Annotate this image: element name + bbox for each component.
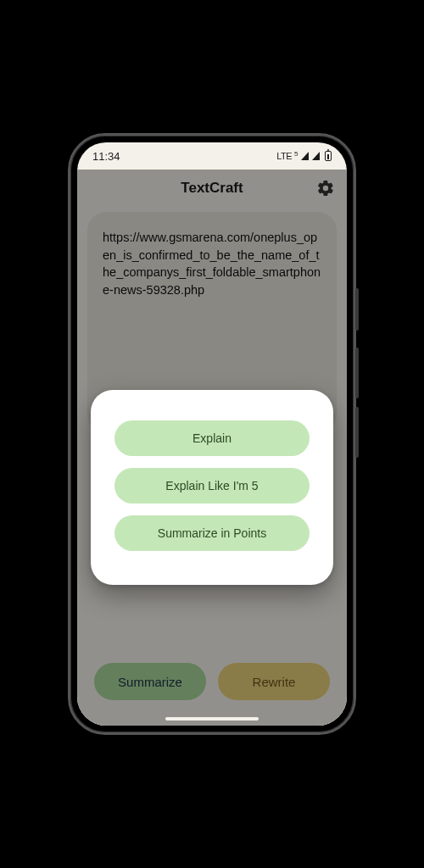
network-label: LTE (276, 151, 292, 161)
signal-icon (301, 152, 309, 160)
app-content: TextCraft https://www.gsmarena.com/onepl… (77, 170, 347, 726)
option-explain-like-5[interactable]: Explain Like I'm 5 (114, 468, 310, 504)
status-indicators: LTE 5 (276, 151, 332, 161)
option-summarize-points[interactable]: Summarize in Points (114, 515, 310, 551)
side-button (355, 407, 359, 458)
battery-icon (325, 151, 332, 161)
signal-icon (312, 152, 320, 160)
side-button (355, 288, 359, 331)
option-explain[interactable]: Explain (114, 420, 310, 456)
home-indicator (165, 717, 259, 721)
status-time: 11:34 (92, 150, 120, 163)
phone-frame: 11:34 LTE 5 TextCraft https://www.gsmare… (68, 133, 356, 735)
screen: 11:34 LTE 5 TextCraft https://www.gsmare… (77, 142, 347, 726)
side-button (355, 348, 359, 398)
options-popup: Explain Explain Like I'm 5 Summarize in … (91, 390, 333, 585)
status-bar: 11:34 LTE 5 (77, 142, 347, 170)
